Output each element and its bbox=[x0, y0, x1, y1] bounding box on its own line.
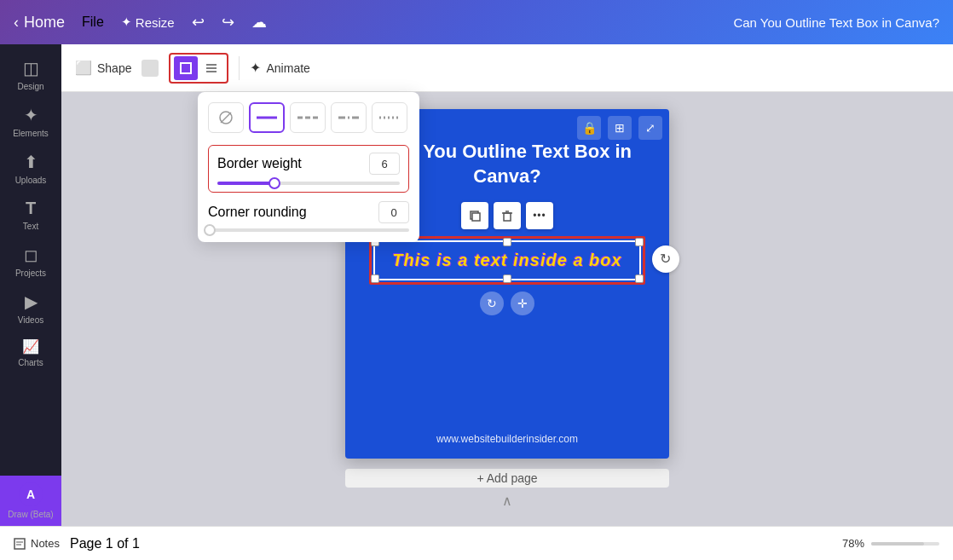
zoom-slider[interactable] bbox=[871, 542, 939, 546]
border-none-btn[interactable] bbox=[208, 102, 244, 133]
canvas-collapse-btn[interactable]: ∧ bbox=[345, 493, 669, 509]
handle-tr[interactable] bbox=[635, 238, 644, 246]
corner-rounding-row: Corner rounding 0 bbox=[208, 201, 409, 223]
canvas-area: 🔒 ⊞ ⤢ Can You Outline Text Box in Canva? bbox=[61, 92, 953, 526]
toolbar: ⬜ Shape bbox=[61, 44, 953, 92]
refresh-btn[interactable]: ↻ bbox=[480, 292, 504, 315]
text-icon: T bbox=[26, 199, 36, 218]
border-lines-button[interactable] bbox=[199, 56, 223, 80]
trash-icon bbox=[500, 209, 514, 222]
notes-label: Notes bbox=[31, 537, 60, 550]
resize-button[interactable]: ✦ Resize bbox=[121, 14, 175, 30]
sidebar-item-projects[interactable]: ◻ Projects bbox=[0, 238, 61, 285]
charts-icon: 📈 bbox=[22, 338, 39, 355]
main-area: ◫ Design ✦ Elements ⬆ Uploads T Text ◻ P… bbox=[0, 44, 953, 526]
border-box-button[interactable] bbox=[174, 56, 198, 80]
border-dotted-btn[interactable] bbox=[372, 102, 407, 133]
resize-icon: ✦ bbox=[121, 14, 132, 30]
page-info: Page 1 of 1 bbox=[70, 536, 140, 551]
border-weight-slider[interactable] bbox=[217, 182, 400, 185]
corner-slider[interactable] bbox=[208, 228, 409, 232]
sidebar-label-videos: Videos bbox=[18, 315, 43, 325]
svg-rect-0 bbox=[181, 63, 191, 73]
chevron-up-icon: ∧ bbox=[502, 493, 512, 509]
handle-bm[interactable] bbox=[503, 274, 511, 283]
sidebar-item-design[interactable]: ◫ Design bbox=[0, 51, 61, 98]
file-label[interactable]: File bbox=[82, 14, 104, 30]
border-dotdash-btn[interactable] bbox=[331, 102, 367, 133]
ellipsis-icon: ••• bbox=[533, 210, 546, 222]
back-button[interactable]: ‹ Home bbox=[14, 14, 65, 32]
sidebar-label-uploads: Uploads bbox=[15, 176, 47, 185]
lock-icon-btn[interactable]: 🔒 bbox=[577, 116, 601, 140]
handle-bl[interactable] bbox=[371, 274, 379, 283]
zoom-info: 78% bbox=[842, 537, 939, 550]
notes-button[interactable]: Notes bbox=[14, 537, 60, 550]
page-title: Can You Outline Text Box in Canva? bbox=[733, 15, 939, 30]
expand-icon-btn[interactable]: ⤢ bbox=[638, 116, 662, 140]
border-dotted-icon bbox=[379, 116, 400, 119]
border-weight-label-row: Border weight 6 bbox=[217, 153, 400, 175]
redo-button[interactable]: ↪ bbox=[222, 13, 234, 32]
bottom-bar: Notes Page 1 of 1 78% bbox=[0, 526, 953, 560]
border-weight-value[interactable]: 6 bbox=[369, 153, 400, 175]
draw-icon: A bbox=[19, 482, 43, 506]
canvas-url: www.websitebuilderinsider.com bbox=[436, 433, 578, 445]
home-label[interactable]: Home bbox=[24, 14, 65, 32]
textbox-bottom-icons: ↻ ✛ bbox=[369, 292, 644, 315]
corner-slider-row bbox=[208, 228, 409, 232]
border-style-group bbox=[169, 53, 228, 84]
more-options-btn[interactable]: ••• bbox=[526, 202, 553, 229]
sidebar-item-uploads[interactable]: ⬆ Uploads bbox=[0, 145, 61, 192]
corner-label: Corner rounding bbox=[208, 205, 307, 220]
rotate-button[interactable]: ↻ bbox=[652, 245, 679, 273]
svg-rect-15 bbox=[14, 539, 25, 549]
sidebar-item-charts[interactable]: 📈 Charts bbox=[0, 332, 61, 374]
delete-textbox-btn[interactable] bbox=[494, 202, 521, 229]
sidebar-label-projects: Projects bbox=[15, 268, 46, 278]
animate-button[interactable]: ✦ Animate bbox=[250, 60, 309, 76]
border-dotdash-icon bbox=[338, 116, 359, 119]
shape-button[interactable]: ⬜ Shape bbox=[75, 60, 131, 76]
shape-label: Shape bbox=[97, 61, 131, 75]
cloud-button[interactable]: ☁ bbox=[251, 13, 267, 32]
textbox-text[interactable]: This is a text inside a box bbox=[392, 251, 621, 269]
add-page-label: + Add page bbox=[476, 471, 537, 485]
undo-button[interactable]: ↩ bbox=[192, 13, 205, 32]
grid-icon-btn[interactable]: ⊞ bbox=[608, 116, 632, 140]
border-solid-btn[interactable] bbox=[249, 102, 285, 133]
zoom-value: 78% bbox=[842, 537, 864, 550]
border-style-row bbox=[208, 102, 409, 133]
left-sidebar: ◫ Design ✦ Elements ⬆ Uploads T Text ◻ P… bbox=[0, 44, 61, 526]
duplicate-textbox-btn[interactable] bbox=[461, 202, 488, 229]
corner-value[interactable]: 0 bbox=[378, 201, 409, 223]
border-weight-section: Border weight 6 bbox=[208, 145, 409, 193]
design-icon: ◫ bbox=[23, 58, 39, 78]
border-dropdown: Border weight 6 Corner rounding 0 bbox=[198, 92, 419, 242]
handle-br[interactable] bbox=[635, 274, 644, 283]
svg-line-5 bbox=[221, 113, 231, 123]
border-none-icon bbox=[218, 110, 234, 125]
separator bbox=[239, 56, 240, 80]
content-area: ⬜ Shape bbox=[61, 44, 953, 526]
animate-label: Animate bbox=[266, 61, 309, 75]
border-solid-icon bbox=[257, 116, 277, 119]
sidebar-item-videos[interactable]: ▶ Videos bbox=[0, 285, 61, 332]
border-box-icon bbox=[179, 61, 193, 75]
animate-icon: ✦ bbox=[250, 60, 261, 76]
sidebar-label-charts: Charts bbox=[18, 358, 43, 367]
sidebar-label-design: Design bbox=[17, 82, 43, 91]
sidebar-label-draw: Draw (Beta) bbox=[8, 510, 53, 519]
sidebar-item-elements[interactable]: ✦ Elements bbox=[0, 98, 61, 145]
sidebar-item-draw[interactable]: A Draw (Beta) bbox=[0, 476, 61, 526]
slider-thumb bbox=[269, 177, 280, 189]
move-btn[interactable]: ✛ bbox=[511, 292, 534, 315]
top-nav: ‹ Home File ✦ Resize ↩ ↪ ☁ Can You Outli… bbox=[0, 0, 953, 44]
sidebar-label-elements: Elements bbox=[13, 129, 49, 138]
border-dashed-btn[interactable] bbox=[290, 102, 326, 133]
add-page-button[interactable]: + Add page bbox=[345, 469, 669, 488]
color-swatch[interactable] bbox=[142, 60, 159, 77]
handle-tm[interactable] bbox=[503, 238, 511, 246]
sidebar-item-text[interactable]: T Text bbox=[0, 192, 61, 238]
zoom-slider-fill bbox=[871, 542, 924, 546]
